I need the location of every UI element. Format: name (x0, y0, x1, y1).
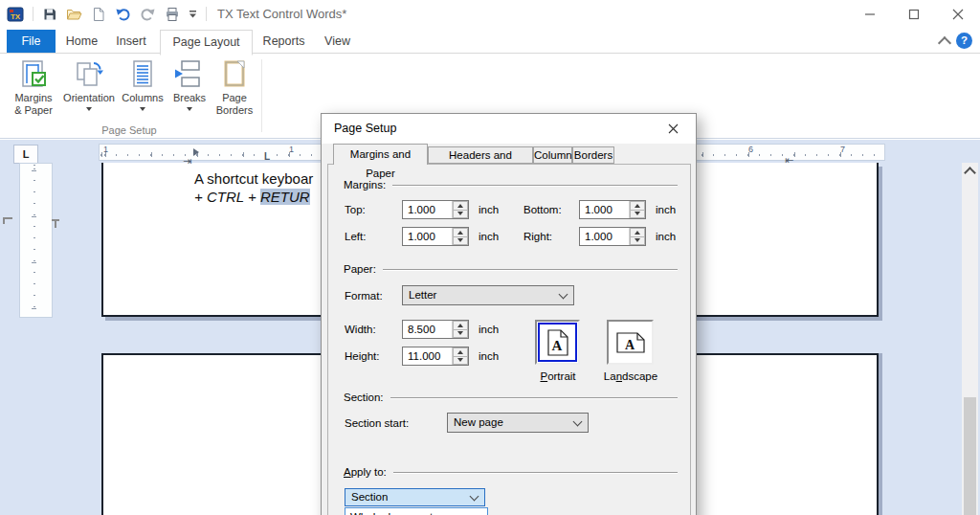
orientation-button[interactable]: Orientation (61, 56, 117, 117)
dialog-close-icon[interactable] (657, 118, 688, 140)
svg-text:TX: TX (11, 12, 21, 21)
bottom-margin-input[interactable] (580, 201, 629, 218)
scroll-up-icon[interactable] (964, 167, 976, 179)
top-margin-label: Top: (345, 200, 366, 219)
ruler-number: 1 (289, 145, 294, 154)
columns-button[interactable]: Columns (117, 56, 168, 117)
window-title: TX Text Control Words* (217, 7, 346, 21)
button-label: Borders (216, 104, 254, 116)
spin-down-icon[interactable] (630, 210, 645, 219)
spin-down-icon[interactable] (453, 236, 468, 246)
svg-text:A: A (624, 338, 635, 352)
unit-label: inch (479, 347, 499, 366)
spin-down-icon[interactable] (453, 329, 468, 339)
spin-up-icon[interactable] (453, 347, 468, 356)
spin-up-icon[interactable] (453, 201, 468, 210)
quick-access-toolbar: TX TX Text C (0, 0, 980, 28)
ribbon-group-divider (261, 59, 262, 132)
vertical-indent-marker[interactable] (55, 219, 56, 228)
landscape-button[interactable]: A (607, 320, 654, 365)
document-line-1: A shortcut keyboar (194, 169, 313, 188)
button-label: Breaks (173, 92, 206, 103)
right-indent-marker[interactable]: ⇤ (785, 155, 793, 165)
dialog-tab-headers-footers[interactable]: Headers and Footers (428, 146, 533, 164)
spin-up-icon[interactable] (453, 321, 468, 329)
qat-dropdown-icon[interactable] (189, 11, 197, 18)
redo-icon[interactable] (140, 7, 156, 22)
top-margin-input[interactable] (403, 201, 452, 218)
orientation-icon (61, 56, 117, 90)
section-start-label: Section start: (345, 414, 409, 433)
height-label: Height: (345, 347, 379, 366)
spin-down-icon[interactable] (453, 356, 468, 366)
bottom-margin-label: Bottom: (523, 200, 562, 219)
format-combobox[interactable]: Letter (402, 285, 574, 305)
width-label: Width: (345, 320, 376, 339)
ruler-number: 7 (840, 145, 845, 154)
page-setup-dialog: Page Setup Margins and Paper Headers and… (321, 113, 697, 515)
dialog-tab-columns[interactable]: Columns (533, 146, 572, 164)
top-margin-spinner (402, 200, 469, 219)
tab-file[interactable]: File (7, 30, 56, 53)
paper-height-spinner (402, 347, 469, 366)
tab-insert[interactable]: Insert (107, 30, 155, 53)
dialog-tab-borders[interactable]: Borders (572, 146, 614, 164)
dropdown-arrow-icon (86, 107, 92, 114)
button-label: Columns (122, 92, 163, 103)
tab-page-layout[interactable]: Page Layout (160, 30, 253, 56)
section-start-combobox[interactable]: New page (447, 413, 589, 433)
paper-width-input[interactable] (403, 321, 452, 338)
chevron-down-icon (470, 492, 479, 502)
tab-stop-marker[interactable]: L (264, 152, 270, 162)
dialog-tab-margins-paper[interactable]: Margins and Paper (333, 144, 428, 165)
tab-home[interactable]: Home (59, 30, 104, 53)
new-document-icon[interactable] (91, 7, 106, 22)
apply-to-combobox[interactable]: Section (345, 488, 485, 506)
spin-up-icon[interactable] (453, 228, 468, 236)
paper-height-input[interactable] (403, 347, 452, 365)
ruler-ticks (33, 164, 35, 317)
legend-divider (383, 269, 678, 270)
print-icon[interactable] (165, 7, 180, 22)
open-folder-icon[interactable] (66, 7, 82, 22)
first-line-indent-marker[interactable] (193, 148, 199, 156)
vertical-scrollbar[interactable] (962, 163, 978, 515)
page-borders-button[interactable]: Page Borders (211, 56, 258, 117)
undo-icon[interactable] (115, 7, 131, 22)
tab-selector-box[interactable]: L (13, 145, 38, 164)
close-button[interactable] (936, 0, 980, 28)
portrait-button[interactable]: A (535, 320, 580, 365)
help-icon[interactable]: ? (956, 33, 972, 49)
section-group-legend: Section: (344, 391, 678, 404)
left-indent-marker[interactable]: ⇥ (183, 156, 191, 166)
top-margin-marker[interactable] (3, 217, 12, 224)
landscape-label: Landscape (600, 369, 661, 383)
right-margin-input[interactable] (580, 228, 629, 245)
dropdown-arrow-icon (140, 107, 145, 114)
bottom-margin-spinner (579, 200, 646, 219)
tab-reports[interactable]: Reports (256, 30, 311, 53)
right-margin-spinner (579, 227, 646, 246)
legend-divider (393, 472, 678, 473)
spin-up-icon[interactable] (630, 228, 645, 236)
collapse-ribbon-icon[interactable] (938, 36, 951, 50)
maximize-button[interactable] (892, 0, 936, 28)
tab-view[interactable]: View (315, 30, 360, 53)
spin-down-icon[interactable] (630, 236, 645, 246)
vertical-ruler (19, 163, 53, 318)
minimize-button[interactable] (848, 0, 892, 28)
button-label: Orientation (63, 92, 115, 103)
dropdown-item-whole-document[interactable]: Whole document (345, 508, 487, 515)
spin-up-icon[interactable] (630, 201, 645, 210)
section-start-value: New page (454, 416, 503, 428)
button-label: Margins (14, 92, 52, 103)
spin-down-icon[interactable] (453, 210, 468, 219)
save-icon[interactable] (42, 7, 57, 22)
breaks-button[interactable]: Breaks (168, 56, 211, 117)
portrait-label: Portrait (527, 369, 589, 383)
scrollbar-thumb[interactable] (964, 397, 976, 515)
ruler-number: 1 (103, 145, 108, 154)
left-margin-input[interactable] (403, 228, 452, 245)
paper-width-spinner (402, 320, 469, 339)
margins-paper-button[interactable]: Margins & Paper (6, 56, 61, 117)
